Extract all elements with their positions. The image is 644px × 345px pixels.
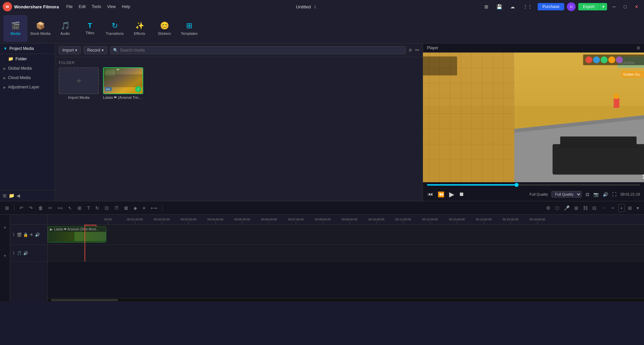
ai-button[interactable]: ⚙ [544,204,552,212]
minus-zoom[interactable]: － [599,204,607,212]
player-progress[interactable] [423,182,644,188]
clip-thumbnail [48,232,106,241]
close-button[interactable]: ✕ [632,3,641,10]
plus-zoom[interactable]: ＋ [609,204,617,212]
toolbar-titles[interactable]: T Titles [78,15,102,42]
redo-button[interactable]: ↷ [27,204,35,212]
menu-edit[interactable]: Edit [79,4,86,9]
import-button[interactable]: Import ▾ [59,46,81,54]
purchase-button[interactable]: Purchase [538,3,564,10]
step-back-button[interactable]: ⏪ [437,191,445,198]
collapse-button[interactable]: ◀ [16,193,20,198]
volume-button[interactable]: 🔊 [602,191,609,198]
more-icon[interactable]: ••• [415,48,419,53]
add-button[interactable]: 📁 [9,193,14,198]
progress-bar[interactable] [427,184,640,186]
cut-button[interactable]: ✂ [47,204,54,212]
play-button[interactable]: ▶ [448,190,455,199]
sidebar-item-adjustment-layer[interactable]: ▶ Adjustment Layer [0,82,55,92]
player-expand-icon[interactable]: ⊞ [637,46,640,50]
timeline-ruler[interactable]: 00:00 00:01:00:00 00:02:00:00 00:03:00:0… [48,215,644,225]
toolbar-stickers[interactable]: 😊 Stickers [152,15,176,42]
video-track-row-1: ✂ ▶ Lalala ❤ Arsenal (Shot Mont... [48,225,644,245]
video-media-item[interactable]: 100 ✓ Lalala ❤ (Arsenal Trick... [103,67,143,100]
speed-button[interactable]: ⏱ [112,204,120,212]
timeline-grid-button[interactable]: ⊞ [3,204,11,212]
avatar[interactable]: U [567,2,576,11]
sidebar-item-cloud-media[interactable]: ▶ Cloud Media [0,73,55,82]
add-video-track[interactable]: + [3,225,6,230]
rotate-button[interactable]: ↻ [94,204,101,212]
voiceover-button[interactable]: 🎤 [562,204,571,212]
full-screen-button[interactable]: ⛶ [611,191,617,198]
eye-icon[interactable]: 👁 [30,232,34,237]
svg-rect-31 [614,98,620,108]
snapshot-button[interactable]: 📷 [593,191,599,198]
sidebar-item-global-media[interactable]: ▶ Global Media [0,64,55,73]
jump-start-button[interactable]: ⏮ [427,191,434,198]
ruler-line [269,221,269,224]
import-media-item[interactable]: + Import Media [59,67,99,100]
grid-icon[interactable]: ⋮⋮ [520,3,535,10]
menu-help[interactable]: Help [122,4,130,9]
filter-icon[interactable]: ⚙ [409,48,412,53]
color-button[interactable]: ◈ [132,204,139,212]
ripple-button[interactable]: ≈≈ [56,204,64,212]
search-input[interactable] [120,48,403,53]
crop-button[interactable]: ⊞ [76,204,83,212]
menu-file[interactable]: File [66,4,72,9]
toolbar-audio[interactable]: 🎵 Audio [53,15,77,42]
text-button[interactable]: T [85,204,92,212]
toolbar-transitions[interactable]: ↻ Transitions [103,15,127,42]
titlebar-right: ⊞ 💾 ☁ ⋮⋮ Purchase U Export ▾ ─ □ ✕ [482,2,641,11]
eq-button[interactable]: ≡ [141,204,147,212]
audio-mute-icon[interactable]: 🔊 [23,251,28,256]
maximize-button[interactable]: □ [621,3,629,10]
toolbar-effects[interactable]: ✨ Effects [127,15,152,42]
video-clip-1[interactable]: ▶ Lalala ❤ Arsenal (Shot Mont... [48,226,106,243]
view-mode-button[interactable]: ⊞ [626,204,634,212]
pointer-button[interactable]: ↖ [66,204,74,212]
export-dropdown-button[interactable]: ▾ [600,3,607,10]
menu-tools[interactable]: Tools [92,4,101,9]
save-icon[interactable]: 💾 [494,3,505,10]
more-button[interactable]: ▾ [635,204,641,212]
mask-button[interactable]: ⊠ [122,204,130,212]
playhead[interactable] [85,225,85,245]
import-thumb[interactable]: + [59,67,99,94]
add-audio-track[interactable]: + [3,253,6,258]
cloud-icon[interactable]: ☁ [507,3,518,10]
menu-view[interactable]: View [107,4,116,9]
new-folder-button[interactable]: ⊞ [3,193,7,198]
export-button[interactable]: Export [578,3,600,10]
ruler-time-7: 00:07:00:00 [288,218,304,221]
toolbar-stock-media[interactable]: 📦 Stock Media [28,15,52,42]
transition-btn[interactable]: ⟷ [149,204,159,212]
audio-icon[interactable]: 🔊 [35,232,40,237]
delete-button[interactable]: 🗑 [37,204,45,212]
subtitle-button[interactable]: ⊟ [591,204,598,212]
pan-button[interactable]: ⊡ [103,204,110,212]
toolbar-templates[interactable]: ⊞ Templates [177,15,201,42]
toolbar-media[interactable]: 🎬 Media [3,15,28,42]
fit-screen-button[interactable]: ⊡ [585,191,590,198]
lock-icon[interactable]: 🔒 [23,232,28,237]
snap-button[interactable]: ⊞ [573,204,580,212]
sidebar-item-folder[interactable]: 📁 Folder [0,54,55,64]
stop-button[interactable]: ⏹ [458,191,465,198]
quality-select[interactable]: Full Quality 1/2 Quality 1/4 Quality [551,191,582,198]
import-dropdown-icon: ▾ [75,48,77,53]
progress-fill [427,184,517,186]
player-panel: Player ⊞ [423,44,644,201]
link-button[interactable]: ⛓ [581,204,589,212]
marker-button[interactable]: ⬡ [553,204,561,212]
ruler-marks: 00:00 00:01:00:00 00:02:00:00 00:03:00:0… [95,215,551,224]
window-icon[interactable]: ⊞ [482,3,491,10]
timeline-scrollbar[interactable] [48,298,644,301]
add-zoom[interactable]: + [618,204,625,212]
undo-button[interactable]: ↶ [18,204,25,212]
scroll-thumb[interactable] [51,299,118,301]
ruler-time-8: 00:08:00:00 [315,218,331,221]
record-button[interactable]: Record ▾ [84,46,107,54]
minimize-button[interactable]: ─ [610,3,619,10]
